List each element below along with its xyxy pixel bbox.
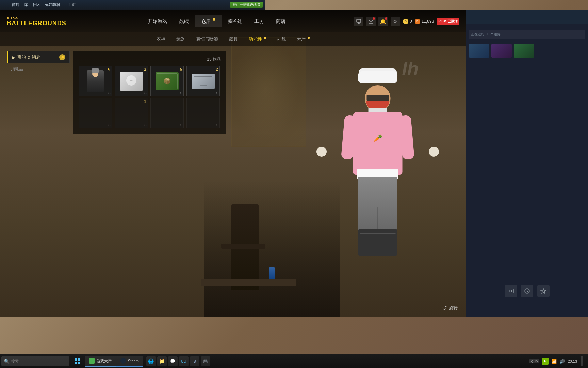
rotate-button[interactable]: ↺ 旋转 [442, 304, 458, 312]
show-desktop-button[interactable] [581, 356, 583, 366]
nav-warehouse[interactable]: 仓库 [195, 15, 222, 27]
warehouse-badge [213, 18, 215, 21]
nav-start-game[interactable]: 开始游戏 [142, 16, 173, 27]
currency-display: G 0 [403, 19, 412, 24]
steam-tab-home[interactable]: 主页 [68, 2, 76, 7]
thumbnail-3[interactable] [514, 44, 534, 58]
app-label-game: 游戏大厅 [97, 358, 112, 364]
taskbar-pubg-icon[interactable]: 🎮 [201, 356, 210, 366]
item-count-4: 2 [216, 67, 218, 71]
volume-icon[interactable]: 🔊 [559, 359, 565, 364]
taskbar: 🔍 搜索 游戏大厅 Steam 🌐 📁 💬 UU S [0, 354, 588, 368]
sub-nav-vehicles[interactable]: 载具 [224, 34, 243, 44]
settings-button[interactable]: ⚙ [391, 17, 400, 26]
taskbar-extra-icons: 🌐 📁 💬 UU S 🎮 [144, 356, 213, 367]
nvidia-icon[interactable]: N [542, 358, 549, 365]
refresh-icon-2: ↻ [144, 91, 147, 95]
sidebar-consumables[interactable]: 消耗品 [7, 64, 70, 74]
nav-workshop[interactable]: 工坊 [248, 16, 270, 27]
pubg-logo-main: BATTLEGROUNDS [7, 20, 66, 26]
svg-rect-10 [75, 358, 77, 361]
refresh-icon-8: ↻ [216, 123, 218, 127]
notification-dot [373, 17, 375, 20]
network-icon[interactable]: 📶 [551, 359, 557, 364]
taskbar-chrome-icon[interactable]: 🌐 [146, 356, 156, 366]
sub-nav-lobby[interactable]: 大厅 [291, 34, 315, 44]
bell-button[interactable]: 🔔 [378, 17, 388, 26]
inventory-cell-6[interactable]: 3 ↻ [115, 98, 148, 128]
settings-icon: ⚙ [393, 19, 397, 24]
taskbar-tray: QHD N 📶 🔊 20:13 [525, 356, 587, 366]
sub-nav-weapons[interactable]: 武器 [171, 34, 191, 44]
game-header: PUBG BATTLEGROUNDS 开始游戏 战绩 仓库 藏匿处 工坊 商店 [0, 10, 466, 32]
taskbar-search[interactable]: 🔍 搜索 [1, 356, 69, 366]
sub-nav-appearance[interactable]: 外貌 [272, 34, 291, 44]
windows-start-button[interactable] [72, 356, 83, 367]
panel-body: 正在运行 30 个服务... [466, 24, 588, 317]
nav-stash[interactable]: 藏匿处 [222, 16, 248, 27]
taskbar-folder-icon[interactable]: 📁 [157, 356, 167, 366]
inventory-cell-7[interactable]: ↻ [150, 98, 184, 128]
sub-nav-functional[interactable]: 功能性 [243, 34, 272, 44]
character-sunglasses [367, 95, 389, 101]
scene-chair-back [221, 244, 265, 249]
inventory-header: 15 物品 [79, 57, 221, 62]
steam-overlay-bar: ← 商店 库 社区 你好骚啊 主页 提供一基础户端腺 [0, 0, 265, 10]
category-label: 宝箱 & 钥匙 [17, 54, 40, 60]
item-white-box: + [120, 72, 143, 91]
refresh-icon-3: ↻ [180, 91, 182, 95]
steam-nav-community[interactable]: 社区 [31, 2, 42, 7]
nav-shop[interactable]: 商店 [270, 16, 292, 27]
main-navigation: 开始游戏 战绩 仓库 藏匿处 工坊 商店 [80, 15, 354, 27]
panel-icon-3[interactable] [537, 285, 550, 297]
inventory-cell-3[interactable]: 📦 5 ↻ [150, 66, 184, 96]
panel-content: 正在运行 30 个服务... [466, 10, 588, 317]
taskbar-steam-icon-small[interactable]: S [190, 356, 199, 366]
item-count: 15 物品 [207, 57, 221, 62]
panel-icon-2[interactable] [521, 285, 533, 297]
character-hat [361, 77, 395, 83]
inventory-cell-2[interactable]: + 2 ↻ [115, 66, 148, 96]
panel-thumbnails [469, 44, 585, 58]
icon-button-2[interactable] [366, 17, 376, 26]
bp-display: B 11,893 [415, 19, 434, 24]
sub-nav-emotes[interactable]: 表情与喷漆 [191, 34, 224, 44]
taskbar-uu-icon[interactable]: UU [179, 356, 189, 366]
character-body: 🥕 [330, 72, 425, 269]
lobby-dot [308, 37, 310, 39]
steam-upgrade-button[interactable]: 提供一基础户端腺 [230, 2, 263, 8]
inventory-cell-5[interactable]: ↻ [79, 98, 112, 128]
bp-icon: B [415, 19, 420, 24]
character-pants [358, 177, 397, 234]
sidebar-category-title: ▶ 宝箱 & 钥匙 🔑 [12, 54, 65, 60]
inventory-cell-1[interactable]: ★ ↻ [79, 66, 112, 96]
steam-nav-library[interactable]: 库 [23, 2, 29, 7]
refresh-icon-5: ↻ [108, 123, 111, 127]
character-figure: 🥕 [330, 72, 425, 269]
pubg-logo: PUBG BATTLEGROUNDS [7, 17, 66, 26]
clock-time: 20:13 [568, 359, 577, 364]
inventory-cell-8[interactable]: ↻ [186, 98, 220, 128]
taskbar-app-game[interactable]: 游戏大厅 [85, 356, 116, 367]
steam-nav-store[interactable]: 商店 [11, 2, 21, 7]
taskbar-app-steam[interactable]: Steam [116, 356, 143, 367]
icon-button-1[interactable] [354, 17, 363, 26]
inventory-area: 15 物品 ★ ↻ + 2 [73, 51, 226, 134]
thumbnail-2[interactable] [491, 44, 512, 58]
steam-nav-user[interactable]: 你好骚啊 [44, 2, 61, 7]
thumbnail-1[interactable] [469, 44, 489, 58]
inventory-grid: ★ ↻ + 2 ↻ 📦 5 ↻ [79, 66, 221, 128]
panel-icon-1[interactable] [505, 285, 517, 297]
inventory-cell-4[interactable]: 2 ↻ [186, 66, 220, 96]
sub-nav-wardrobe[interactable]: 衣柜 [151, 34, 171, 44]
character-hoodie: 🥕 [353, 112, 403, 175]
rotate-icon: ↺ [442, 304, 447, 312]
item-character-thumbnail [83, 68, 107, 94]
taskbar-apps-area: 游戏大厅 Steam 🌐 📁 💬 UU S 🎮 [69, 356, 525, 367]
taskbar-wechat-icon[interactable]: 💬 [168, 356, 178, 366]
left-arm [341, 115, 357, 160]
sidebar-crates-keys[interactable]: ▶ 宝箱 & 钥匙 🔑 [7, 51, 70, 63]
svg-point-5 [510, 290, 512, 292]
steam-back-button[interactable]: ← [3, 2, 7, 7]
nav-stats[interactable]: 战绩 [173, 16, 195, 27]
